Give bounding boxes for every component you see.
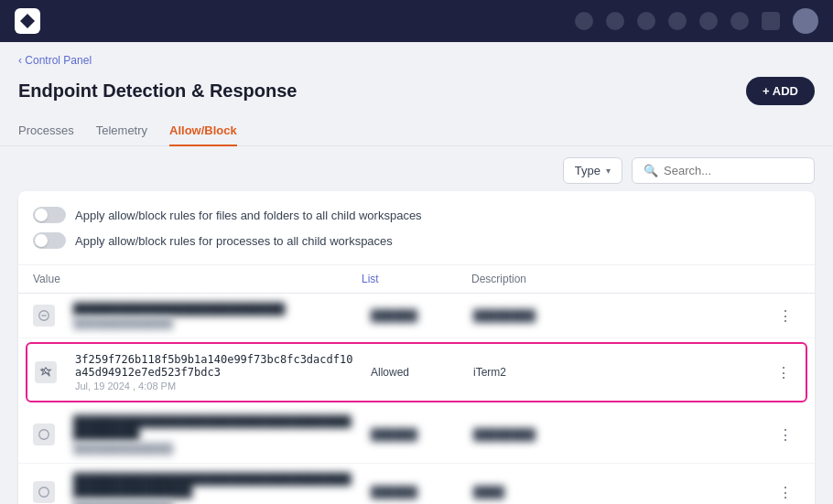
row-icon bbox=[33, 305, 55, 327]
table-row-highlighted: 3f259f726b118f5b9b1a140e99f73bc8fc3dacdf… bbox=[26, 342, 807, 402]
list-val-2: Allowed bbox=[363, 366, 473, 379]
more-icon-1[interactable]: ⋮ bbox=[771, 307, 800, 325]
row-value-sub-4: ██████████████ bbox=[73, 500, 356, 504]
breadcrumb-bar: Control Panel bbox=[0, 42, 833, 73]
row-value-main-1: ████████████████████████████████ bbox=[73, 303, 356, 316]
nav-icon-5[interactable] bbox=[699, 12, 718, 30]
logo-icon bbox=[20, 14, 35, 28]
chevron-down-icon: ▾ bbox=[606, 166, 611, 176]
nav-icon-3[interactable] bbox=[637, 12, 655, 30]
col-header-description: Description bbox=[471, 273, 800, 285]
list-val-4: ██████ bbox=[363, 486, 473, 499]
gear-icon[interactable] bbox=[762, 12, 780, 30]
list-val-3: ██████ bbox=[363, 428, 473, 441]
table-row: ████████████████████████████████████████… bbox=[18, 464, 815, 504]
tabs-bar: Processes Telemetry Allow/Block bbox=[0, 116, 833, 146]
type-label: Type bbox=[575, 164, 600, 177]
more-icon-4[interactable]: ⋮ bbox=[771, 484, 800, 501]
row-value-sub-1: ██████████████ bbox=[73, 317, 356, 328]
svg-point-3 bbox=[39, 430, 49, 440]
row-value-sub-2: Jul, 19 2024 , 4:08 PM bbox=[75, 381, 356, 391]
list-val-1: ██████ bbox=[363, 309, 473, 322]
topnav-right bbox=[575, 8, 818, 34]
breadcrumb[interactable]: Control Panel bbox=[18, 54, 92, 67]
avatar[interactable] bbox=[793, 8, 818, 34]
nav-icon-2[interactable] bbox=[606, 12, 624, 30]
more-icon-3[interactable]: ⋮ bbox=[771, 426, 800, 444]
row-value-4: ████████████████████████████████████████… bbox=[66, 473, 363, 504]
filter-bar: Type ▾ 🔍 bbox=[0, 146, 833, 191]
nav-icon-4[interactable] bbox=[668, 12, 687, 30]
nav-icon-6[interactable] bbox=[730, 12, 749, 30]
desc-val-4: ████ bbox=[473, 486, 771, 499]
table-header: Value List Description bbox=[18, 265, 815, 294]
add-button[interactable]: + ADD bbox=[746, 77, 815, 105]
search-box: 🔍 bbox=[632, 157, 815, 184]
desc-val-2: iTerm2 bbox=[473, 366, 769, 379]
toggle-processes[interactable] bbox=[33, 232, 66, 249]
toggle-knob-processes bbox=[35, 234, 48, 247]
topnav-left bbox=[15, 8, 49, 34]
row-value-main-3: ████████████████████████████████████████… bbox=[73, 415, 356, 441]
page-header: Endpoint Detection & Response + ADD bbox=[0, 73, 833, 116]
tab-processes[interactable]: Processes bbox=[18, 116, 74, 146]
main-panel: Apply allow/block rules for files and fo… bbox=[18, 191, 815, 504]
toggle-knob-files bbox=[35, 209, 48, 221]
toggle-label-files: Apply allow/block rules for files and fo… bbox=[75, 209, 422, 222]
topnav bbox=[0, 0, 833, 42]
row-value-2: 3f259f726b118f5b9b1a140e99f73bc8fc3dacdf… bbox=[68, 353, 363, 391]
toggle-files[interactable] bbox=[33, 207, 66, 223]
logo[interactable] bbox=[15, 8, 40, 34]
row-value-sub-3: ██████████████ bbox=[73, 443, 356, 454]
toggle-section: Apply allow/block rules for files and fo… bbox=[18, 191, 815, 265]
search-icon: 🔍 bbox=[644, 164, 658, 177]
row-value-3: ████████████████████████████████████████… bbox=[66, 415, 363, 454]
toggle-row-files: Apply allow/block rules for files and fo… bbox=[33, 202, 800, 228]
row-icon-2 bbox=[35, 361, 57, 383]
col-header-list: List bbox=[362, 273, 471, 285]
search-input[interactable] bbox=[664, 164, 803, 177]
table-row: ████████████████████████████████████████… bbox=[18, 406, 815, 464]
page-title: Endpoint Detection & Response bbox=[18, 80, 297, 102]
table-row: ████████████████████████████████ ███████… bbox=[18, 294, 815, 338]
nav-icon-1[interactable] bbox=[575, 12, 593, 30]
row-value-1: ████████████████████████████████ ███████… bbox=[66, 303, 363, 328]
tab-allowblock[interactable]: Allow/Block bbox=[169, 116, 237, 146]
toggle-row-processes: Apply allow/block rules for processes to… bbox=[33, 228, 800, 253]
toggle-label-processes: Apply allow/block rules for processes to… bbox=[75, 234, 393, 248]
svg-point-4 bbox=[39, 488, 49, 498]
col-header-value: Value bbox=[33, 273, 362, 285]
row-value-main-4: ████████████████████████████████████████… bbox=[73, 473, 356, 499]
row-value-main-2: 3f259f726b118f5b9b1a140e99f73bc8fc3dacdf… bbox=[75, 353, 356, 379]
more-icon-2[interactable]: ⋮ bbox=[769, 364, 798, 381]
type-dropdown[interactable]: Type ▾ bbox=[563, 157, 622, 184]
tab-telemetry[interactable]: Telemetry bbox=[96, 116, 147, 146]
row-icon-3 bbox=[33, 424, 55, 445]
row-icon-4 bbox=[33, 481, 55, 503]
desc-val-1: ████████ bbox=[473, 309, 771, 322]
desc-val-3: ████████ bbox=[473, 428, 771, 441]
